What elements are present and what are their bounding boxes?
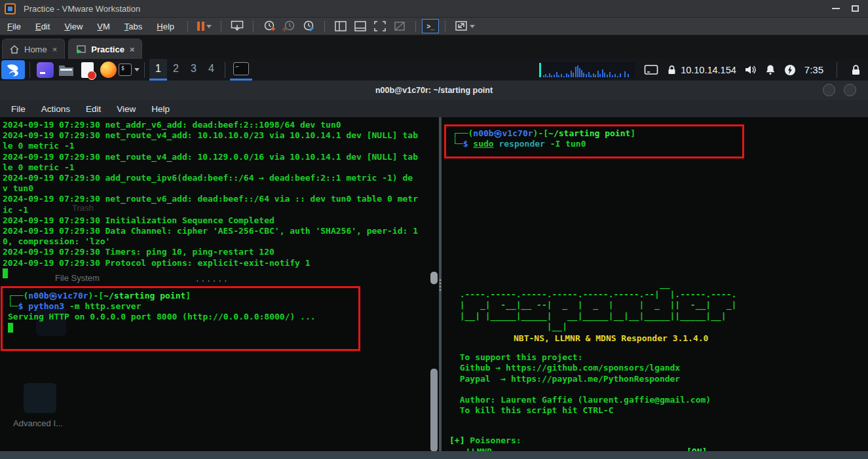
workspace-1[interactable]: 1 — [149, 59, 167, 81]
prompt-user: n00b㉿v1c70r — [473, 128, 533, 138]
show-library-button[interactable] — [331, 18, 350, 34]
close-icon[interactable]: × — [52, 45, 58, 54]
terminal-menu-help[interactable]: Help — [144, 102, 177, 116]
toolbar-separator — [253, 21, 254, 32]
launcher-file-manager[interactable] — [56, 60, 77, 79]
minimize-icon[interactable] — [832, 8, 840, 9]
terminal-maximize-button[interactable] — [844, 84, 856, 96]
pause-vm-button[interactable] — [194, 18, 215, 34]
menu-view[interactable]: View — [57, 19, 90, 34]
vpn-ip-address: 10.10.14.154 — [681, 65, 736, 75]
menu-edit[interactable]: Edit — [28, 19, 57, 34]
show-thumbnail-bar-button[interactable] — [350, 18, 370, 34]
responder-support-info: To support this project: Github → https:… — [443, 352, 868, 416]
command-responder: responder — [499, 139, 544, 149]
toolbar-separator — [187, 21, 188, 32]
panel-separator — [29, 62, 30, 78]
display-status-icon[interactable] — [644, 64, 658, 76]
fit-guest-button[interactable] — [451, 18, 478, 34]
prompt-line-2: └─$ python3 -m http.server — [8, 301, 353, 312]
launcher-terminal-dropdown[interactable]: $ — [119, 60, 140, 79]
window-list-terminal[interactable]: ⌐ — [230, 59, 252, 81]
poisoners-header: [+] Poisoners: — [449, 435, 868, 446]
menu-vm[interactable]: VM — [90, 19, 117, 34]
tab-practice[interactable]: Practice × — [68, 39, 142, 59]
maximize-icon[interactable] — [852, 5, 859, 12]
console-view-button[interactable]: >_ — [422, 19, 439, 33]
annotation-box-http-server: ┌──(n00b㉿v1c70r)-[~/starting point] └─$ … — [1, 286, 360, 351]
terminal-menu-actions[interactable]: Actions — [34, 102, 77, 116]
kali-dragon-icon — [5, 63, 21, 77]
toolbar-separator — [445, 21, 445, 32]
panel-separator — [144, 62, 145, 78]
kali-panel: $ 1 2 3 4 ⌐ — [0, 59, 868, 81]
cpu-graph[interactable] — [538, 62, 635, 79]
panel-separator — [225, 62, 225, 78]
desktop-icon-filesystem-label: File System — [55, 273, 100, 283]
tab-practice-label: Practice — [91, 45, 124, 54]
unity-mode-button[interactable] — [390, 18, 409, 34]
panel-separator — [837, 62, 837, 78]
monitor-down-arrow-icon — [231, 20, 244, 32]
terminal-window-bottom-edge — [0, 451, 868, 459]
scrollbar-thumb-top-pane[interactable] — [430, 272, 438, 284]
folder-icon — [58, 63, 75, 77]
vmware-menubar: File Edit View VM Tabs Help — [0, 18, 868, 35]
document-edit-icon — [81, 62, 94, 78]
notifications-bell-icon[interactable] — [765, 64, 776, 75]
toolbar-separator — [415, 21, 416, 32]
terminal-titlebar[interactable]: n00b@v1c70r: ~/starting point — [0, 81, 868, 100]
terminal-menu-view[interactable]: View — [109, 102, 143, 116]
prompt-path: ~/starting point — [548, 128, 630, 138]
terminal-body: Trash File System Advanced I... 2024-09-… — [0, 117, 868, 459]
command-python3: python3 — [28, 301, 64, 311]
vmware-window-title: Practice - VMware Workstation — [24, 4, 140, 14]
lock-screen-icon[interactable] — [850, 64, 861, 76]
command-args: -m http.server — [69, 301, 142, 311]
send-ctrl-alt-del-button[interactable] — [227, 18, 247, 34]
menu-tabs[interactable]: Tabs — [117, 19, 149, 34]
take-snapshot-button[interactable] — [259, 18, 279, 34]
revert-snapshot-button[interactable] — [279, 18, 299, 34]
menu-file[interactable]: File — [0, 19, 28, 34]
chevron-down-icon — [470, 25, 475, 28]
launcher-text-editor[interactable] — [77, 60, 98, 79]
command-args: -I tun0 — [550, 139, 586, 149]
divider-drag-dots[interactable]: •••• — [438, 279, 442, 292]
pane-splitter-handle[interactable]: ······ — [195, 277, 229, 285]
volume-icon[interactable] — [745, 65, 757, 75]
close-icon[interactable]: × — [130, 45, 135, 54]
terminal-menu-file[interactable]: File — [4, 102, 33, 116]
command-sudo: sudo — [473, 139, 493, 149]
workspace-2[interactable]: 2 — [167, 59, 185, 81]
responder-pane: ┌──(n00b㉿v1c70r)-[~/starting point] └─$ … — [443, 117, 868, 451]
cursor-block — [8, 323, 13, 333]
workspace-3[interactable]: 3 — [185, 59, 202, 81]
vpn-lock-icon — [667, 65, 677, 75]
fullscreen-button[interactable] — [370, 18, 390, 34]
clock[interactable]: 7:35 — [804, 64, 823, 75]
updates-power-icon[interactable] — [784, 64, 796, 76]
launcher-firefox[interactable] — [98, 60, 119, 79]
workspace-4[interactable]: 4 — [202, 59, 220, 81]
terminal-small-icon: $ — [119, 64, 132, 76]
terminal-minimize-button[interactable] — [823, 84, 835, 96]
responder-version: NBT-NS, LLMNR & MDNS Responder 3.1.4.0 — [514, 333, 868, 344]
vpn-indicator[interactable]: 10.10.14.154 — [667, 65, 736, 75]
manage-snapshots-button[interactable] — [299, 18, 318, 34]
tab-home[interactable]: Home × — [2, 39, 65, 59]
toolbar-separator — [324, 21, 325, 32]
desktop-folder-icon — [24, 383, 56, 413]
vm-running-icon — [76, 45, 86, 54]
http-server-output: Serving HTTP on 0.0.0.0 port 8000 (http:… — [8, 312, 353, 322]
prompt-line-2: └─$ sudo responder -I tun0 — [453, 139, 736, 149]
launcher-terminal[interactable] — [35, 60, 56, 79]
menu-help[interactable]: Help — [149, 19, 181, 34]
vmware-logo-icon — [5, 3, 16, 14]
kali-menu-button[interactable] — [1, 60, 25, 79]
terminal-menu-edit[interactable]: Edit — [79, 102, 108, 116]
resize-monitor-icon — [455, 20, 468, 32]
scrollbar-thumb-bottom-pane[interactable] — [430, 369, 438, 452]
chevron-down-icon — [134, 68, 140, 71]
chevron-down-icon — [206, 25, 212, 28]
